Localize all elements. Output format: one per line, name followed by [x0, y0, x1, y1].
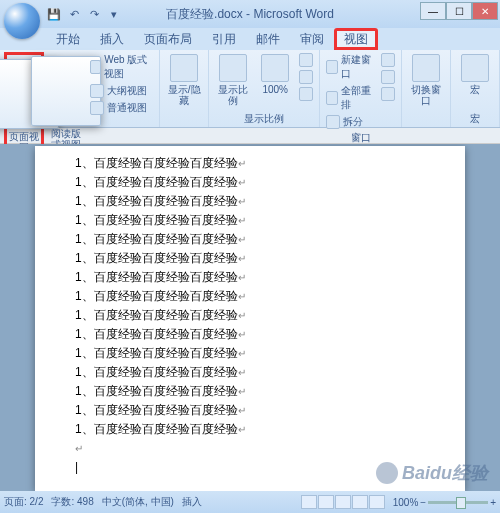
reset-pos-button[interactable]	[379, 86, 397, 102]
view-side-button[interactable]	[379, 52, 397, 68]
watermark-icon	[376, 462, 398, 484]
view-draft-button[interactable]	[369, 495, 385, 509]
macros-label: 宏	[470, 84, 480, 95]
list-item[interactable]: 1、百度经验百度经验百度经验↵	[75, 420, 437, 439]
zoom-in-button[interactable]: +	[490, 497, 496, 508]
window-title: 百度经验.docx - Microsoft Word	[166, 6, 334, 23]
office-orb[interactable]	[4, 3, 40, 39]
status-lang[interactable]: 中文(简体, 中国)	[102, 495, 174, 509]
zoom-100-icon	[261, 54, 289, 82]
arrange-icon	[326, 91, 338, 105]
minimize-button[interactable]: —	[420, 2, 446, 20]
list-item[interactable]: 1、百度经验百度经验百度经验↵	[75, 401, 437, 420]
draft-button[interactable]: 普通视图	[88, 100, 155, 116]
qat-undo[interactable]: ↶	[66, 6, 82, 22]
view-web-button[interactable]	[335, 495, 351, 509]
macros-icon	[461, 54, 489, 82]
web-icon	[90, 60, 101, 74]
split-button[interactable]: 拆分	[324, 114, 377, 130]
tab-1[interactable]: 插入	[90, 28, 134, 50]
one-page-button[interactable]	[297, 52, 315, 68]
zoom-value[interactable]: 100%	[393, 497, 419, 508]
list-item[interactable]: 1、百度经验百度经验百度经验↵	[75, 287, 437, 306]
tab-4[interactable]: 邮件	[246, 28, 290, 50]
split-icon	[326, 115, 340, 129]
list-item[interactable]: 1、百度经验百度经验百度经验↵	[75, 192, 437, 211]
list-item[interactable]: 1、百度经验百度经验百度经验↵	[75, 344, 437, 363]
zoom-100-label: 100%	[262, 84, 288, 95]
qat-redo[interactable]: ↷	[86, 6, 102, 22]
list-item[interactable]: 1、百度经验百度经验百度经验↵	[75, 382, 437, 401]
document-area[interactable]: 1、百度经验百度经验百度经验↵1、百度经验百度经验百度经验↵1、百度经验百度经验…	[0, 144, 500, 491]
status-bar: 页面: 2/2 字数: 498 中文(简体, 中国) 插入 100% − +	[0, 491, 500, 513]
side-icon	[381, 53, 395, 67]
view-read-button[interactable]	[318, 495, 334, 509]
status-mode[interactable]: 插入	[182, 495, 202, 509]
view-print-button[interactable]	[301, 495, 317, 509]
switch-window-label: 切换窗口	[408, 84, 444, 106]
zoom-label: 显示比例	[215, 84, 251, 106]
showhide-icon	[170, 54, 198, 82]
status-page[interactable]: 页面: 2/2	[4, 495, 43, 509]
draft-icon	[90, 101, 104, 115]
page-width-button[interactable]	[297, 86, 315, 102]
zoom-out-button[interactable]: −	[420, 497, 426, 508]
ribbon-tabs: 开始插入页面布局引用邮件审阅视图	[0, 28, 500, 50]
outline-button[interactable]: 大纲视图	[88, 83, 155, 99]
caret-line[interactable]: ↵	[75, 439, 437, 458]
new-window-icon	[326, 60, 338, 74]
tab-3[interactable]: 引用	[202, 28, 246, 50]
page[interactable]: 1、百度经验百度经验百度经验↵1、百度经验百度经验百度经验↵1、百度经验百度经验…	[35, 146, 465, 491]
qat-save[interactable]: 💾	[46, 6, 62, 22]
view-outline-button[interactable]	[352, 495, 368, 509]
list-item[interactable]: 1、百度经验百度经验百度经验↵	[75, 363, 437, 382]
close-button[interactable]: ✕	[472, 2, 498, 20]
group-macros-label: 宏	[455, 111, 495, 127]
tab-6[interactable]: 视图	[334, 28, 378, 50]
list-item[interactable]: 1、百度经验百度经验百度经验↵	[75, 249, 437, 268]
watermark: Baidu经验	[376, 461, 488, 485]
page-width-icon	[299, 87, 313, 101]
switch-window-icon	[412, 54, 440, 82]
macros-button[interactable]: 宏	[455, 52, 495, 97]
two-page-button[interactable]	[297, 69, 315, 85]
list-item[interactable]: 1、百度经验百度经验百度经验↵	[75, 154, 437, 173]
sync-icon	[381, 70, 395, 84]
tab-0[interactable]: 开始	[46, 28, 90, 50]
showhide-button[interactable]: 显示/隐藏	[164, 52, 204, 108]
outline-icon	[90, 84, 104, 98]
sync-scroll-button[interactable]	[379, 69, 397, 85]
group-zoom-label: 显示比例	[213, 111, 315, 127]
reset-icon	[381, 87, 395, 101]
one-page-icon	[299, 53, 313, 67]
maximize-button[interactable]: ☐	[446, 2, 472, 20]
tab-5[interactable]: 审阅	[290, 28, 334, 50]
new-window-button[interactable]: 新建窗口	[324, 52, 377, 82]
ribbon: 页面视图 阅读版式视图 Web 版式视图 大纲视图 普通视图 文档视图 显示/隐…	[0, 50, 500, 128]
reading-view-button[interactable]: 阅读版式视图	[46, 52, 86, 152]
qat-more[interactable]: ▾	[106, 6, 122, 22]
tab-2[interactable]: 页面布局	[134, 28, 202, 50]
web-layout-button[interactable]: Web 版式视图	[88, 52, 155, 82]
zoom-button[interactable]: 显示比例	[213, 52, 253, 108]
showhide-label: 显示/隐藏	[166, 84, 202, 106]
two-page-icon	[299, 70, 313, 84]
zoom-slider[interactable]	[428, 501, 488, 504]
list-item[interactable]: 1、百度经验百度经验百度经验↵	[75, 173, 437, 192]
list-item[interactable]: 1、百度经验百度经验百度经验↵	[75, 230, 437, 249]
list-item[interactable]: 1、百度经验百度经验百度经验↵	[75, 268, 437, 287]
status-words[interactable]: 字数: 498	[51, 495, 93, 509]
zoom-icon	[219, 54, 247, 82]
arrange-all-button[interactable]: 全部重排	[324, 83, 377, 113]
list-item[interactable]: 1、百度经验百度经验百度经验↵	[75, 211, 437, 230]
zoom-100-button[interactable]: 100%	[255, 52, 295, 97]
list-item[interactable]: 1、百度经验百度经验百度经验↵	[75, 325, 437, 344]
switch-window-button[interactable]: 切换窗口	[406, 52, 446, 108]
list-item[interactable]: 1、百度经验百度经验百度经验↵	[75, 306, 437, 325]
